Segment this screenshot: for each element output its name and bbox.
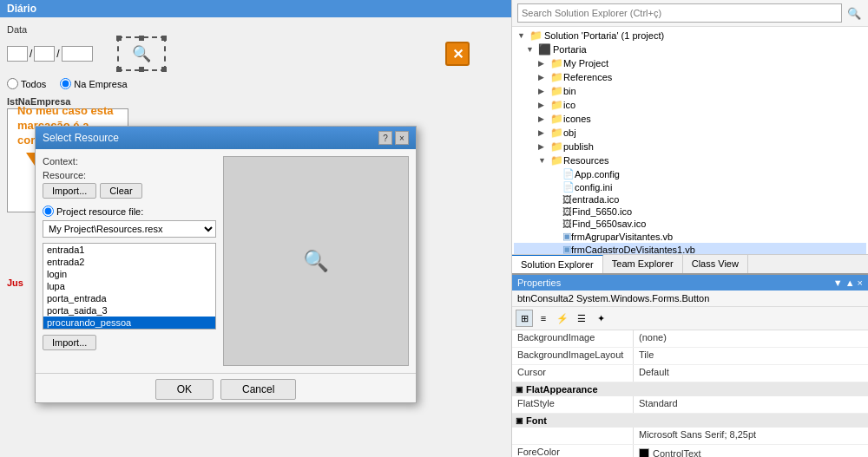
prop-categories-button[interactable]: ⊞ bbox=[516, 310, 533, 327]
prop-close-button[interactable]: × bbox=[858, 277, 863, 288]
ok-button[interactable]: OK bbox=[155, 379, 214, 400]
prop-row-flatstyle[interactable]: FlatStyle Standard bbox=[512, 396, 868, 414]
tree-expand-arrow[interactable]: ▼ bbox=[526, 45, 538, 54]
tree-item-ico[interactable]: ▶ 📁 ico bbox=[514, 98, 866, 112]
prop-name: FlatStyle bbox=[512, 396, 634, 413]
prop-table: BackgroundImage (none) BackgroundImageLa… bbox=[512, 330, 868, 457]
radio-todos[interactable]: Todos bbox=[7, 78, 46, 89]
prop-section-font[interactable]: ▣ Font bbox=[512, 414, 868, 428]
tree-expand-arrow[interactable]: ▶ bbox=[538, 87, 550, 95]
tree-expand-arrow[interactable]: ▶ bbox=[538, 142, 550, 151]
radio-todos-input[interactable] bbox=[7, 78, 18, 89]
tree-item-publish[interactable]: ▶ 📁 publish bbox=[514, 140, 866, 153]
radio-project-label: Project resource file: bbox=[56, 206, 143, 217]
tree-expand-arrow[interactable]: ▶ bbox=[538, 114, 550, 123]
list-item[interactable]: lupa bbox=[43, 280, 215, 292]
list-item[interactable]: login bbox=[43, 268, 215, 280]
date-year-field[interactable] bbox=[62, 46, 93, 62]
diario-title: Diário bbox=[0, 0, 511, 17]
select-resource-dialog: Select Resource ? × Context: Resource: I… bbox=[35, 126, 417, 403]
prop-events-button[interactable]: ⚡ bbox=[554, 310, 571, 327]
solution-explorer-search[interactable] bbox=[517, 3, 842, 23]
folder-icon: 📁 bbox=[550, 99, 563, 111]
tree-item-resources[interactable]: ▼ 📁 Resources bbox=[514, 153, 866, 167]
tree-expand-arrow[interactable]: ▶ bbox=[538, 59, 550, 68]
tree-expand-arrow[interactable]: ▶ bbox=[538, 73, 550, 82]
cancel-button[interactable]: Cancel bbox=[220, 379, 296, 400]
tree-item-frmcadastro[interactable]: ▣ frmCadastroDeVisitantes1.vb bbox=[514, 243, 866, 254]
radio-project-resource[interactable]: Project resource file: bbox=[43, 206, 216, 217]
prop-float-button[interactable]: ▲ bbox=[845, 277, 855, 288]
solution-explorer-tree: ▼ 📁 Solution 'Portaria' (1 project) ▼ ⬛ … bbox=[512, 27, 868, 254]
tree-expand-arrow[interactable]: ▶ bbox=[538, 128, 550, 137]
tree-item-portaria[interactable]: ▼ ⬛ Portaria bbox=[514, 42, 866, 56]
project-icon: ⬛ bbox=[538, 43, 551, 55]
prop-row-cursor[interactable]: Cursor Default bbox=[512, 365, 868, 382]
image-control-box: 🔍 bbox=[117, 36, 166, 71]
file-icon: 🖼 bbox=[562, 194, 572, 205]
tree-item-appconfig[interactable]: 📄 App.config bbox=[514, 167, 866, 180]
tab-solution-explorer[interactable]: Solution Explorer bbox=[512, 255, 603, 273]
prop-row-bgimage[interactable]: BackgroundImage (none) bbox=[512, 330, 868, 348]
radio-na-empresa-input[interactable] bbox=[60, 78, 71, 89]
section-label: FlatAppearance bbox=[526, 384, 598, 395]
properties-panel: Properties ▼ ▲ × btnConsulta2 System.Win… bbox=[512, 275, 868, 457]
section-label: Font bbox=[526, 415, 547, 426]
tree-item-solution[interactable]: ▼ 📁 Solution 'Portaria' (1 project) bbox=[514, 29, 866, 42]
list-item[interactable]: porta_entrada bbox=[43, 292, 215, 304]
magnify-icon: 🔍 bbox=[132, 44, 151, 63]
prop-star-button[interactable]: ✦ bbox=[592, 310, 609, 327]
prop-row-bgimagelayout[interactable]: BackgroundImageLayout Tile bbox=[512, 348, 868, 365]
prop-pin-button[interactable]: ▼ bbox=[833, 277, 843, 288]
tree-item-find5650[interactable]: 🖼 Find_5650.ico bbox=[514, 206, 866, 218]
tree-item-bin[interactable]: ▶ 📁 bin bbox=[514, 84, 866, 98]
list-item[interactable]: saida1 bbox=[43, 329, 215, 330]
list-item[interactable]: entrada1 bbox=[43, 244, 215, 256]
clear-button[interactable]: Clear bbox=[100, 183, 141, 199]
tab-team-explorer[interactable]: Team Explorer bbox=[603, 255, 683, 273]
radio-todos-label: Todos bbox=[21, 79, 46, 89]
date-month-field[interactable] bbox=[34, 46, 55, 62]
solution-explorer-toolbar: 🔍 bbox=[512, 0, 868, 27]
tree-item-myproject[interactable]: ▶ 📁 My Project bbox=[514, 56, 866, 70]
tree-item-obj[interactable]: ▶ 📁 obj bbox=[514, 126, 866, 140]
prop-alphabetical-button[interactable]: ≡ bbox=[535, 310, 552, 327]
import-button-2[interactable]: Import... bbox=[43, 335, 96, 350]
prop-pages-button[interactable]: ☰ bbox=[573, 310, 590, 327]
search-icon[interactable]: 🔍 bbox=[845, 4, 863, 22]
radio-na-empresa-label: Na Empresa bbox=[74, 79, 127, 89]
folder-icon: 📁 bbox=[550, 113, 563, 125]
prop-value: Standard bbox=[634, 396, 868, 413]
dialog-help-button[interactable]: ? bbox=[378, 131, 392, 145]
tree-item-find5650sav[interactable]: 🖼 Find_5650sav.ico bbox=[514, 218, 866, 230]
tree-item-frmagrupar[interactable]: ▣ frmAgruparVisitantes.vb bbox=[514, 230, 866, 243]
tree-expand-arrow[interactable]: ▼ bbox=[538, 156, 550, 165]
list-item[interactable]: porta_saida_3 bbox=[43, 304, 215, 317]
radio-na-empresa[interactable]: Na Empresa bbox=[60, 78, 127, 89]
import-button[interactable]: Import... bbox=[43, 183, 96, 199]
tree-item-references[interactable]: ▶ 📁 References bbox=[514, 70, 866, 84]
prop-section-flatappearance[interactable]: ▣ FlatAppearance bbox=[512, 382, 868, 396]
dialog-titlebar: Select Resource ? × bbox=[36, 127, 416, 149]
tree-label: Portaria bbox=[553, 44, 587, 55]
tab-class-view[interactable]: Class View bbox=[683, 255, 748, 273]
prop-row-forecolor[interactable]: ForeColor ControlText bbox=[512, 445, 868, 457]
tree-item-icones[interactable]: ▶ 📁 icones bbox=[514, 112, 866, 126]
tree-label: icones bbox=[563, 114, 591, 124]
just-label: Jus bbox=[7, 277, 23, 288]
project-file-dropdown[interactable]: My Project\Resources.resx bbox=[43, 220, 216, 238]
list-item-selected[interactable]: procurando_pessoa bbox=[43, 317, 215, 329]
radio-project-input[interactable] bbox=[43, 206, 54, 217]
tree-item-entrada-ico[interactable]: 🖼 entrada.ico bbox=[514, 193, 866, 206]
resource-listbox[interactable]: entrada1 entrada2 login lupa porta_entra… bbox=[43, 243, 216, 330]
dialog-close-button[interactable]: × bbox=[395, 131, 409, 145]
tree-expand-arrow[interactable]: ▼ bbox=[517, 31, 529, 40]
list-item[interactable]: entrada2 bbox=[43, 256, 215, 268]
folder-icon: 📁 bbox=[550, 154, 563, 166]
prop-row-font-value[interactable]: Microsoft Sans Serif; 8,25pt bbox=[512, 428, 868, 445]
tree-item-configini[interactable]: 📄 config.ini bbox=[514, 180, 866, 193]
close-x-button[interactable]: ✕ bbox=[445, 42, 470, 66]
dialog-title: Select Resource bbox=[43, 132, 119, 144]
date-day-field[interactable] bbox=[7, 46, 28, 62]
tree-expand-arrow[interactable]: ▶ bbox=[538, 101, 550, 109]
